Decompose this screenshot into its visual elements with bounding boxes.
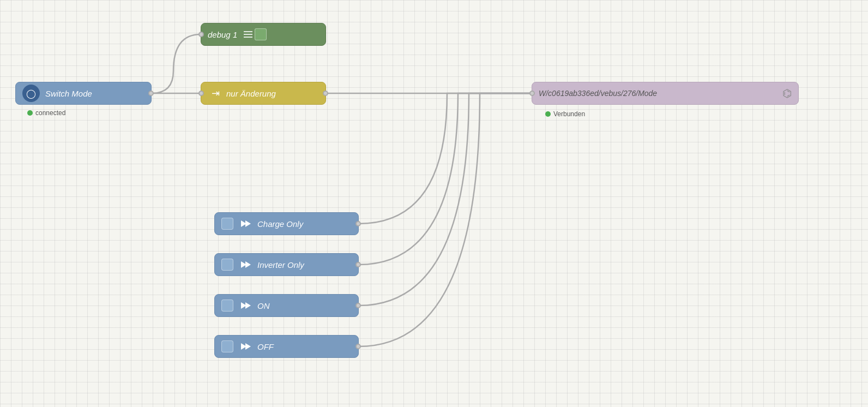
inverter-checkbox-icon <box>221 259 233 271</box>
on-label: ON <box>257 301 270 310</box>
mqtt-port-left <box>529 91 535 96</box>
debug-square-icon <box>255 28 267 40</box>
connected-dot <box>27 110 33 116</box>
off-port-right <box>355 344 361 349</box>
off-label: OFF <box>257 342 274 351</box>
nur-anderung-label: nur Änderung <box>226 89 276 98</box>
switch-mode-node[interactable]: ◯ Switch Mode <box>15 82 152 105</box>
arrow-svg <box>240 300 251 311</box>
charge-arrow-icon <box>238 216 253 231</box>
arrow-svg <box>240 259 251 270</box>
switch-mode-status: connected <box>27 109 65 117</box>
charge-only-label: Charge Only <box>257 219 303 229</box>
debug-lines-icon <box>244 31 252 38</box>
on-arrow-icon <box>238 298 253 313</box>
debug-port-left <box>198 32 204 37</box>
mqtt-dot <box>545 111 551 117</box>
off-arrow-icon <box>238 339 253 354</box>
inverter-port-right <box>355 262 361 267</box>
wires-layer <box>0 0 868 407</box>
node-red-canvas: debug 1 ◯ Switch Mode connected ⇥ nur Än… <box>0 0 868 407</box>
mqtt-out-node[interactable]: W/c0619ab336ed/vebus/276/Mode ⌬ <box>532 82 799 105</box>
mqtt-label: W/c0619ab336ed/vebus/276/Mode <box>539 89 657 98</box>
off-node[interactable]: OFF <box>214 335 359 358</box>
arrow-svg <box>240 341 251 352</box>
nur-anderung-node[interactable]: ⇥ nur Änderung <box>201 82 326 105</box>
connected-label: connected <box>35 109 65 117</box>
inverter-arrow-icon <box>238 257 253 272</box>
nur-port-left <box>198 91 204 96</box>
mqtt-wave-icon: ⌬ <box>782 87 792 100</box>
switch-mode-port-right <box>148 91 154 96</box>
arrow-svg <box>240 218 251 229</box>
charge-port-right <box>355 221 361 226</box>
off-checkbox-icon <box>221 340 233 352</box>
charge-checkbox-icon <box>221 218 233 230</box>
inverter-only-label: Inverter Only <box>257 260 304 270</box>
svg-marker-5 <box>245 302 251 309</box>
charge-only-node[interactable]: Charge Only <box>214 212 359 235</box>
debug-label: debug 1 <box>208 30 237 39</box>
svg-marker-3 <box>245 261 251 268</box>
svg-marker-1 <box>245 220 251 227</box>
on-port-right <box>355 303 361 308</box>
debug-node[interactable]: debug 1 <box>201 23 326 46</box>
svg-marker-7 <box>245 343 251 350</box>
on-node[interactable]: ON <box>214 294 359 317</box>
filter-icon: ⇥ <box>208 86 223 101</box>
mqtt-status: Verbunden <box>545 110 585 118</box>
power-icon: ◯ <box>22 85 40 102</box>
inverter-only-node[interactable]: Inverter Only <box>214 253 359 276</box>
nur-port-right <box>323 91 328 96</box>
mqtt-status-label: Verbunden <box>553 110 585 118</box>
switch-mode-label: Switch Mode <box>45 89 92 98</box>
on-checkbox-icon <box>221 300 233 312</box>
debug-icons <box>242 28 267 40</box>
